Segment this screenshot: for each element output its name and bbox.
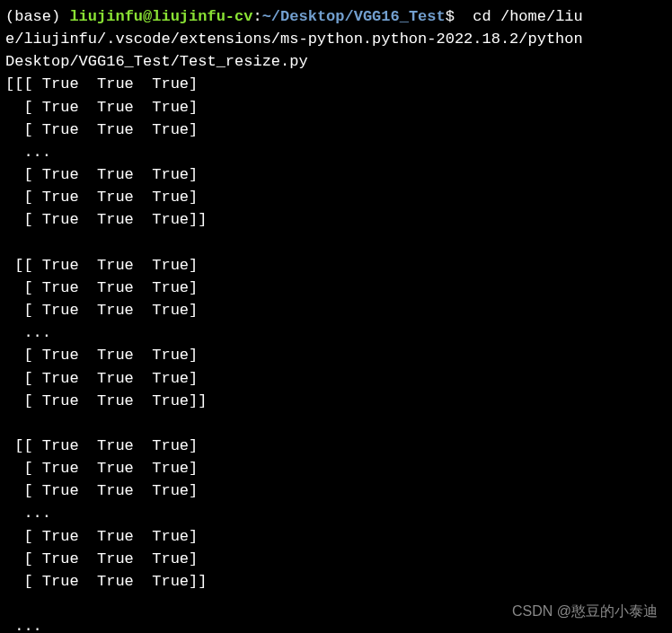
command-wrap-1: e/liujinfu/.vscode/extensions/ms-python.… — [5, 31, 583, 48]
output-line: [ True True True] — [5, 166, 198, 183]
output-line: [ True True True]] — [5, 392, 207, 409]
output-line: [[ True True True] — [5, 257, 198, 274]
output-line: [ True True True] — [5, 347, 198, 364]
output-line: [[ True True True] — [5, 437, 198, 454]
output-line: [ True True True] — [5, 189, 198, 206]
output-line: [ True True True] — [5, 302, 198, 319]
watermark-text: CSDN @憨豆的小泰迪 — [512, 601, 658, 622]
prompt-path: ~/Desktop/VGG16_Test — [262, 8, 446, 25]
output-line: [[[ True True True] — [5, 75, 198, 92]
output-line: ... — [5, 324, 51, 341]
output-line: [ True True True]] — [5, 211, 207, 228]
output-line: [ True True True] — [5, 279, 198, 296]
output-line: ... — [5, 144, 51, 161]
output-line: ... — [5, 618, 42, 633]
output-line: [ True True True] — [5, 528, 198, 545]
prompt-dollar: $ — [446, 8, 455, 25]
output-line: [ True True True]] — [5, 573, 207, 590]
prompt-user-host: liujinfu@liujinfu-cv — [69, 8, 252, 25]
terminal-output[interactable]: (base) liujinfu@liujinfu-cv:~/Desktop/VG… — [5, 5, 672, 633]
output-line: [ True True True] — [5, 121, 198, 138]
output-line: [ True True True] — [5, 99, 198, 116]
output-line: [ True True True] — [5, 370, 198, 387]
output-line: [ True True True] — [5, 550, 198, 567]
command-wrap-2: Desktop/VGG16_Test/Test_resize.py — [5, 53, 308, 70]
output-line: [ True True True] — [5, 482, 198, 499]
output-line: [ True True True] — [5, 460, 198, 477]
output-line: ... — [5, 505, 51, 522]
prompt-env: (base) — [5, 8, 69, 25]
command-text: cd /home/liu — [455, 8, 583, 25]
prompt-colon: : — [252, 8, 261, 25]
